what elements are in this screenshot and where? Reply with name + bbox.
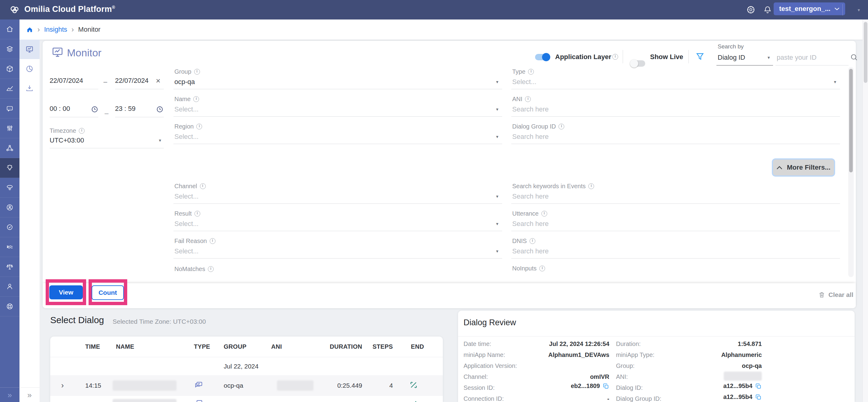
date-to-field[interactable]: 22/07/2024 (115, 77, 149, 85)
region-dropdown-arrow[interactable]: ▾ (496, 134, 498, 140)
account-menu-button[interactable]: test_energon_... (774, 2, 845, 15)
fail-reason-select[interactable]: Select... (175, 247, 198, 255)
utterance-info-icon[interactable]: i (541, 211, 547, 217)
col-header-group[interactable]: GROUP (224, 343, 247, 350)
filters-scrollbar-thumb[interactable] (849, 69, 853, 172)
name-select[interactable]: Select... (175, 105, 198, 113)
result-info-icon[interactable]: i (194, 211, 200, 217)
col-header-time[interactable]: TIME (85, 343, 100, 350)
keywords-input[interactable] (512, 193, 816, 200)
keywords-field[interactable] (512, 193, 816, 200)
settings-icon[interactable] (746, 5, 755, 14)
search-by-dropdown-arrow[interactable]: ▾ (768, 55, 770, 60)
fail-reason-info-icon[interactable]: i (210, 238, 215, 244)
col-header-type[interactable]: TYPE (194, 343, 210, 350)
more-filters-button[interactable]: More Filters... (773, 160, 834, 175)
show-live-toggle[interactable] (630, 60, 645, 67)
group-dropdown-arrow[interactable]: ▾ (496, 79, 498, 85)
sidebar-item-compliance[interactable] (0, 257, 20, 277)
timezone-select[interactable]: UTC+03:00 (50, 137, 84, 144)
application-layer-info-icon[interactable]: i (612, 54, 618, 60)
keywords-info-icon[interactable]: i (588, 183, 594, 189)
result-dropdown-arrow[interactable]: ▾ (496, 221, 498, 227)
copy-icon[interactable] (755, 394, 762, 400)
breadcrumb-home-icon[interactable] (26, 26, 33, 33)
region-select[interactable]: Select... (175, 133, 198, 141)
filters-scrollbar-track[interactable] (848, 67, 854, 277)
dnis-info-icon[interactable]: i (530, 238, 535, 244)
result-select[interactable]: Select... (175, 220, 198, 228)
clear-dates-icon[interactable]: × (156, 76, 160, 86)
date-from-field[interactable]: 22/07/2024 (50, 77, 83, 85)
copy-icon[interactable] (755, 383, 762, 390)
utterance-input[interactable] (512, 220, 816, 228)
ani-info-icon[interactable]: i (525, 96, 531, 102)
dnis-field[interactable] (512, 247, 816, 255)
timezone-dropdown-arrow[interactable]: ▾ (159, 138, 161, 143)
count-button[interactable]: Count (92, 285, 124, 300)
page-scrollbar-thumb[interactable] (864, 22, 867, 83)
type-dropdown-arrow[interactable]: ▾ (834, 79, 836, 85)
dialog-group-id-info-icon[interactable]: i (558, 124, 564, 130)
table-row[interactable]: › 14:15 ocp-qa 0:25.449 4 (50, 375, 443, 396)
rail-item-export-download[interactable] (20, 79, 39, 98)
sidebar-item-home[interactable] (0, 20, 20, 39)
group-info-icon[interactable]: i (194, 69, 200, 75)
type-info-icon[interactable]: i (528, 69, 534, 75)
search-icon[interactable] (850, 53, 858, 61)
dialog-group-id-input[interactable] (512, 133, 816, 141)
id-search-input[interactable] (777, 54, 840, 61)
nomatches-info-icon[interactable]: i (208, 266, 214, 272)
ani-input[interactable] (512, 105, 816, 113)
col-header-ani[interactable]: ANI (271, 343, 282, 350)
col-header-duration[interactable]: DURATION (312, 343, 362, 350)
dnis-input[interactable] (512, 247, 816, 255)
sidebar-item-layers[interactable] (0, 39, 20, 59)
page-scrollbar-track[interactable] (863, 20, 868, 402)
sidebar-item-products[interactable] (0, 59, 20, 79)
sidebar-item-conversations[interactable] (0, 99, 20, 118)
name-info-icon[interactable]: i (193, 96, 199, 102)
rail-item-monitor[interactable] (20, 39, 39, 59)
sidebar-item-support[interactable] (0, 297, 20, 316)
channel-dropdown-arrow[interactable]: ▾ (496, 194, 498, 199)
notifications-bell-icon[interactable] (763, 5, 772, 14)
copy-icon[interactable] (602, 383, 609, 390)
sidebar-collapse-button[interactable]: » (0, 387, 20, 402)
table-row-partial[interactable] (50, 396, 443, 402)
sidebar-item-insights[interactable] (0, 158, 20, 178)
clear-all-button[interactable]: Clear all (818, 291, 854, 298)
time-to-field[interactable]: 23 : 59 (115, 105, 135, 113)
sidebar-item-miniapps[interactable] (0, 178, 20, 198)
col-header-end[interactable]: END (411, 343, 424, 350)
breadcrumb-insights-link[interactable]: Insights (44, 26, 67, 33)
name-dropdown-arrow[interactable]: ▾ (496, 107, 498, 112)
rail-collapse-button[interactable]: » (20, 387, 39, 402)
rail-item-reports-pie[interactable] (20, 59, 39, 79)
id-search-field[interactable] (777, 54, 840, 61)
view-button[interactable]: View (49, 285, 83, 299)
application-layer-toggle[interactable] (535, 54, 550, 60)
time-from-field[interactable]: 00 : 00 (50, 105, 70, 113)
channel-select[interactable]: Select... (175, 193, 198, 200)
utterance-field[interactable] (512, 220, 816, 228)
sidebar-item-network[interactable] (0, 138, 20, 158)
clock-icon[interactable] (156, 105, 164, 113)
noinputs-info-icon[interactable]: i (539, 265, 545, 271)
timezone-info-icon[interactable]: i (79, 128, 85, 134)
sidebar-item-users[interactable] (0, 277, 20, 297)
fail-reason-dropdown-arrow[interactable]: ▾ (496, 249, 498, 254)
sidebar-item-preferences[interactable] (0, 118, 20, 138)
col-header-steps[interactable]: STEPS (369, 343, 393, 350)
col-header-name[interactable]: NAME (116, 343, 134, 350)
group-select[interactable]: ocp-qa (175, 78, 195, 86)
sidebar-item-admin[interactable] (0, 198, 20, 218)
ani-field[interactable] (512, 105, 816, 113)
sidebar-item-certification[interactable] (0, 218, 20, 237)
channel-info-icon[interactable]: i (200, 183, 206, 189)
type-select[interactable]: Select... (512, 78, 536, 86)
sidebar-item-flows[interactable] (0, 237, 20, 257)
search-by-select[interactable]: Dialog ID (718, 54, 745, 61)
region-info-icon[interactable]: i (196, 124, 202, 130)
clock-icon[interactable] (91, 105, 99, 113)
